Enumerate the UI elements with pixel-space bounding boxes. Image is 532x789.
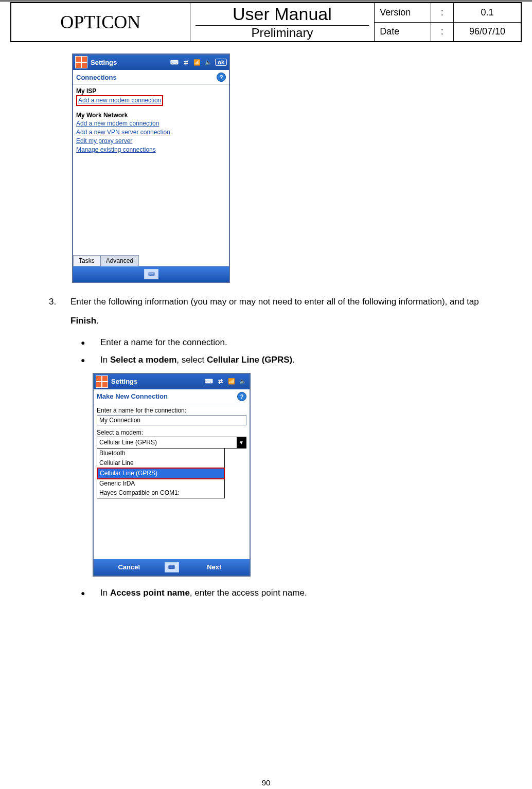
link-add-vpn[interactable]: Add a new VPN server connection	[76, 128, 226, 137]
label-connection-name: Enter a name for the connection:	[97, 406, 246, 415]
keyboard-icon[interactable]: ⌨	[144, 269, 158, 279]
signal-icon[interactable]: 📶	[192, 58, 202, 67]
screen-subtitle: Connections	[76, 74, 117, 81]
signal-icon[interactable]: 📶	[227, 377, 236, 386]
screenshot-2: Settings ⌨ ⇄ 📶 🔈 Make New Connection ? E…	[93, 373, 532, 577]
tab-tasks[interactable]: Tasks	[73, 255, 100, 266]
chevron-down-icon[interactable]: ▼	[237, 437, 246, 448]
date-colon: :	[431, 22, 453, 42]
screen-subtitle-bar: Make New Connection ?	[94, 389, 250, 404]
wm5-titlebar: Settings ⌨ ⇄ 📶 🔈 ok	[73, 55, 229, 70]
tab-advanced[interactable]: Advanced	[100, 255, 139, 266]
date-value: 96/07/10	[453, 22, 521, 42]
keyboard-icon[interactable]: ⌨	[165, 562, 179, 572]
connectivity-icon[interactable]: ⇄	[216, 377, 225, 386]
soft-key-bar: ⌨	[73, 266, 229, 282]
link-add-modem-work[interactable]: Add a new modem connection	[76, 119, 226, 128]
link-edit-proxy[interactable]: Edit my proxy server	[76, 137, 226, 146]
page-number: 90	[0, 778, 532, 787]
next-button[interactable]: Next	[179, 563, 250, 571]
group-my-work: My Work Network	[76, 111, 226, 120]
help-icon[interactable]: ?	[217, 73, 226, 82]
tab-strip: Tasks Advanced	[73, 255, 229, 266]
bullet-select-modem: ● In Select a modem, select Cellular Lin…	[81, 351, 483, 369]
list-item[interactable]: Cellular Line	[97, 458, 224, 468]
bullet-icon: ●	[81, 334, 100, 351]
bullet-access-point: ● In Access point name, enter the access…	[81, 584, 483, 602]
version-label: Version	[375, 3, 431, 22]
combo-modem[interactable]: Cellular Line (GPRS) ▼	[97, 437, 246, 449]
ok-button[interactable]: ok	[215, 59, 227, 66]
doc-title: User Manual	[196, 4, 369, 26]
version-value: 0.1	[453, 3, 521, 22]
link-manage-connections[interactable]: Manage existing connections	[76, 146, 226, 154]
cancel-button[interactable]: Cancel	[94, 563, 165, 571]
bullet-text: In Access point name, enter the access p…	[100, 584, 307, 602]
screen-subtitle: Make New Connection	[97, 392, 168, 400]
list-item[interactable]: Generic IrDA	[97, 479, 224, 489]
link-add-modem-isp[interactable]: Add a new modem connection	[78, 97, 161, 104]
sip-icon[interactable]: ⌨	[204, 377, 214, 386]
bullet-enter-name: ● Enter a name for the connection.	[81, 334, 483, 351]
step-number: 3.	[49, 292, 70, 331]
soft-key-bar: Cancel ⌨ Next	[94, 559, 250, 576]
bullet-text: Enter a name for the connection.	[100, 334, 227, 351]
help-icon[interactable]: ?	[237, 392, 246, 401]
bullet-icon: ●	[81, 584, 100, 602]
speaker-icon[interactable]: 🔈	[238, 377, 247, 386]
doc-subtitle: Preliminary	[196, 26, 369, 40]
start-flag-icon[interactable]	[75, 56, 87, 68]
list-item[interactable]: Bluetooth	[97, 449, 224, 458]
brand-text: OPTICON	[60, 12, 140, 32]
input-connection-name[interactable]	[97, 415, 246, 425]
screen-title: Settings	[111, 378, 137, 385]
date-label: Date	[375, 22, 431, 42]
bullet-icon: ●	[81, 351, 100, 369]
version-colon: :	[431, 3, 453, 22]
document-header: OPTICON User Manual Preliminary Version …	[10, 2, 522, 42]
bullet-text: In Select a modem, select Cellular Line …	[100, 351, 295, 369]
brand-cell: OPTICON	[11, 3, 190, 42]
sip-icon[interactable]: ⌨	[170, 58, 179, 67]
list-item[interactable]: Hayes Compatible on COM1:	[97, 488, 224, 498]
list-item-selected[interactable]: Cellular Line (GPRS)	[98, 469, 224, 478]
group-my-isp: My ISP	[76, 87, 226, 96]
title-cell: User Manual Preliminary	[190, 3, 374, 42]
screenshot-1: Settings ⌨ ⇄ 📶 🔈 ok Connections ? My ISP…	[72, 53, 532, 283]
step-3: 3. Enter the following information (you …	[49, 292, 483, 331]
connectivity-icon[interactable]: ⇄	[181, 58, 190, 67]
start-flag-icon[interactable]	[96, 375, 108, 388]
page: OPTICON User Manual Preliminary Version …	[0, 0, 532, 789]
speaker-icon[interactable]: 🔈	[204, 58, 213, 67]
modem-list[interactable]: Bluetooth Cellular Line Cellular Line (G…	[97, 449, 225, 498]
step-text: Enter the following information (you may…	[70, 292, 483, 331]
label-select-modem: Select a modem:	[97, 428, 246, 437]
wm5-titlebar: Settings ⌨ ⇄ 📶 🔈	[94, 374, 250, 389]
screen-subtitle-bar: Connections ?	[73, 70, 229, 85]
combo-value: Cellular Line (GPRS)	[97, 437, 237, 448]
screen-title: Settings	[91, 59, 117, 66]
